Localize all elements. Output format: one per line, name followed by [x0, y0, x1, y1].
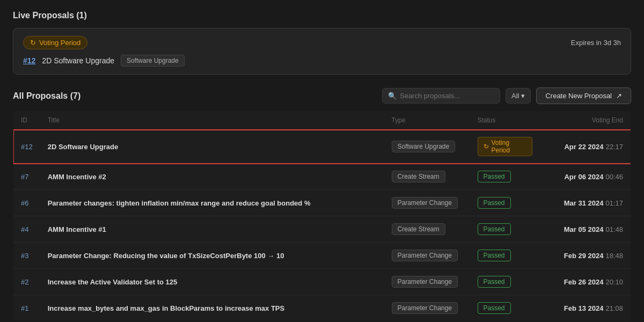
cell-id: #4	[13, 216, 40, 243]
col-status: Status	[470, 111, 540, 130]
table-row[interactable]: #2Increase the Active Validator Set to 1…	[13, 269, 631, 295]
col-title: Title	[40, 111, 384, 130]
live-proposal-id[interactable]: #12	[23, 56, 35, 65]
type-badge: Parameter Change	[392, 250, 458, 261]
cell-title: Increase the Active Validator Set to 125	[40, 269, 384, 295]
voting-end-date: Apr 22 2024	[564, 143, 603, 151]
cell-voting-end: Mar 31 202401:17	[540, 190, 631, 216]
chevron-down-icon: ▾	[521, 92, 525, 100]
cell-status: Passed	[470, 216, 540, 243]
cell-status: Passed	[470, 295, 540, 321]
status-badge: Passed	[478, 276, 511, 288]
search-icon: 🔍	[388, 92, 397, 100]
cell-id: #6	[13, 190, 40, 216]
create-proposal-label: Create New Proposal	[545, 92, 612, 100]
cell-type: Software Upgrade	[384, 130, 470, 164]
live-card-body: #12 2D Software Upgrade Software Upgrade	[23, 55, 621, 67]
search-box[interactable]: 🔍	[382, 88, 500, 104]
type-badge: Create Stream	[392, 171, 445, 182]
cell-title: Parameter changes: tighten inflation min…	[40, 190, 384, 216]
live-proposal-title: 2D Software Upgrade	[42, 56, 114, 65]
status-badge: Passed	[478, 250, 511, 261]
voting-end-time: 00:46	[605, 173, 623, 181]
header-controls: 🔍 All ▾ Create New Proposal ↗	[382, 87, 631, 104]
col-voting-end: Voting End	[540, 111, 631, 130]
live-proposal-card: ↻ Voting Period Expires in 3d 3h #12 2D …	[13, 28, 631, 75]
cell-status: Passed	[470, 269, 540, 295]
col-type: Type	[384, 111, 470, 130]
cell-title: Parameter Change: Reducing the value of …	[40, 243, 384, 269]
voting-end-date: Feb 29 2024	[564, 252, 604, 260]
cell-status: Passed	[470, 190, 540, 216]
type-badge: Software Upgrade	[392, 141, 456, 152]
cell-voting-end: Mar 05 202401:48	[540, 216, 631, 243]
cell-status: ↻ Voting Period	[470, 130, 540, 164]
cell-title: 2D Software Upgrade	[40, 130, 384, 164]
cell-type: Parameter Change	[384, 269, 470, 295]
table-row[interactable]: #6Parameter changes: tighten inflation m…	[13, 190, 631, 216]
cell-title: Increase max_bytes and max_gas in BlockP…	[40, 295, 384, 321]
cell-type: Parameter Change	[384, 295, 470, 321]
cell-type: Parameter Change	[384, 190, 470, 216]
table-row[interactable]: #3Parameter Change: Reducing the value o…	[13, 243, 631, 269]
voting-end-time: 01:48	[605, 225, 623, 233]
filter-dropdown[interactable]: All ▾	[506, 88, 531, 104]
spin-icon-table: ↻	[484, 143, 489, 150]
cell-id: #1	[13, 295, 40, 321]
voting-end-time: 20:10	[605, 278, 623, 286]
voting-end-date: Mar 05 2024	[564, 225, 604, 233]
cell-type: Parameter Change	[384, 243, 470, 269]
voting-end-time: 21:08	[605, 304, 623, 312]
cell-id: #7	[13, 164, 40, 190]
cell-id: #3	[13, 243, 40, 269]
type-badge: Parameter Change	[392, 276, 458, 288]
voting-end-time: 18:48	[605, 252, 623, 260]
filter-label: All	[511, 92, 519, 100]
voting-end-time: 01:17	[605, 199, 623, 207]
type-badge: Parameter Change	[392, 302, 458, 314]
status-badge: Passed	[478, 197, 511, 209]
export-icon: ↗	[616, 92, 622, 100]
voting-end-date: Feb 13 2024	[564, 304, 604, 312]
cell-voting-end: Feb 29 202418:48	[540, 243, 631, 269]
page-wrapper: Live Proposals (1) ↻ Voting Period Expir…	[0, 0, 644, 322]
status-badge: ↻ Voting Period	[478, 137, 532, 156]
cell-id: #2	[13, 269, 40, 295]
cell-voting-end: Feb 26 202420:10	[540, 269, 631, 295]
voting-end-date: Feb 26 2024	[564, 278, 604, 286]
status-badge: Passed	[478, 302, 511, 314]
status-badge: Passed	[478, 223, 511, 235]
live-proposals-title: Live Proposals (1)	[13, 11, 631, 20]
voting-end-date: Apr 06 2024	[564, 173, 603, 181]
expires-text: Expires in 3d 3h	[571, 39, 621, 47]
cell-title: AMM Incentive #1	[40, 216, 384, 243]
status-badge: Passed	[478, 171, 511, 182]
type-badge: Create Stream	[392, 223, 445, 235]
cell-id: #12	[13, 130, 40, 164]
cell-voting-end: Apr 06 202400:46	[540, 164, 631, 190]
live-card-header: ↻ Voting Period Expires in 3d 3h	[23, 36, 621, 49]
table-row[interactable]: #4AMM Incentive #1Create StreamPassedMar…	[13, 216, 631, 243]
all-proposals-header: All Proposals (7) 🔍 All ▾ Create New Pro…	[13, 87, 631, 104]
table-row[interactable]: #7AMM Incentive #2Create StreamPassedApr…	[13, 164, 631, 190]
type-badge: Parameter Change	[392, 197, 458, 209]
table-body: #122D Software UpgradeSoftware Upgrade↻ …	[13, 130, 631, 321]
voting-period-label: Voting Period	[39, 39, 80, 47]
cell-title: AMM Incentive #2	[40, 164, 384, 190]
cell-status: Passed	[470, 164, 540, 190]
cell-type: Create Stream	[384, 216, 470, 243]
live-proposal-type-badge: Software Upgrade	[121, 55, 185, 67]
spin-icon: ↻	[30, 39, 36, 47]
col-id: ID	[13, 111, 40, 130]
table-row[interactable]: #122D Software UpgradeSoftware Upgrade↻ …	[13, 130, 631, 164]
cell-voting-end: Feb 13 202421:08	[540, 295, 631, 321]
proposals-table: ID Title Type Status Voting End #122D So…	[13, 111, 631, 321]
voting-period-badge: ↻ Voting Period	[23, 36, 87, 49]
table-header: ID Title Type Status Voting End	[13, 111, 631, 130]
voting-end-time: 22:17	[605, 143, 623, 151]
search-input[interactable]	[400, 92, 494, 100]
all-proposals-title: All Proposals (7)	[13, 91, 80, 101]
table-row[interactable]: #1Increase max_bytes and max_gas in Bloc…	[13, 295, 631, 321]
cell-status: Passed	[470, 243, 540, 269]
create-proposal-button[interactable]: Create New Proposal ↗	[536, 87, 631, 104]
